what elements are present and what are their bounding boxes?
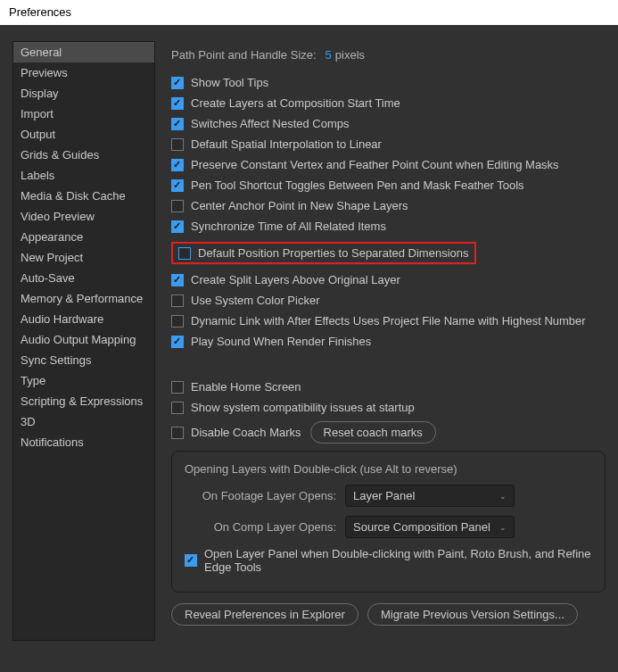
path-point-value[interactable]: 5 <box>325 48 332 62</box>
sidebar-item-memory-performance[interactable]: Memory & Performance <box>13 288 154 309</box>
comp-layer-value: Source Composition Panel <box>353 520 490 534</box>
reveal-preferences-button[interactable]: Reveal Preferences in Explorer <box>171 603 358 626</box>
sidebar-item-video-preview[interactable]: Video Preview <box>13 206 154 227</box>
comp-layer-label: On Comp Layer Opens: <box>185 520 336 534</box>
highlighted-option: Default Position Properties to Separated… <box>171 242 476 264</box>
check-row: Synchronize Time of All Related Items <box>171 220 606 233</box>
checkbox-label: Disable Coach Marks <box>191 426 301 439</box>
footage-layer-label: On Footage Layer Opens: <box>185 489 336 502</box>
path-point-size-row: Path Point and Handle Size: 5 pixels <box>171 48 606 62</box>
check-row: Preserve Constant Vertex and Feather Poi… <box>171 158 606 171</box>
sidebar-item-new-project[interactable]: New Project <box>13 247 154 268</box>
checkbox-label: Create Layers at Composition Start Time <box>191 96 400 110</box>
checkbox-label: Show system compatibility issues at star… <box>191 401 415 414</box>
checkbox[interactable] <box>171 336 184 348</box>
checkbox-label: Center Anchor Point in New Shape Layers <box>191 199 408 212</box>
checkbox[interactable] <box>171 159 184 171</box>
checkbox-label: Create Split Layers Above Original Layer <box>191 273 400 286</box>
check-row: Show system compatibility issues at star… <box>171 401 606 414</box>
footage-layer-select[interactable]: Layer Panel ⌄ <box>345 485 515 507</box>
checkbox-label: Default Spatial Interpolation to Linear <box>191 137 382 151</box>
checkbox[interactable] <box>171 427 184 439</box>
checkbox[interactable] <box>171 97 184 110</box>
group-title: Opening Layers with Double-click (use Al… <box>185 462 592 476</box>
checkbox-label: Use System Color Picker <box>191 294 319 307</box>
check-row: Create Split Layers Above Original Layer <box>171 273 606 286</box>
double-click-label: Open Layer Panel when Double-clicking wi… <box>204 547 592 574</box>
checkbox-label: Synchronize Time of All Related Items <box>191 220 386 233</box>
sidebar-item-scripting-expressions[interactable]: Scripting & Expressions <box>13 391 154 411</box>
sidebar-item-display[interactable]: Display <box>13 83 154 104</box>
check-row: Create Layers at Composition Start Time <box>171 96 606 110</box>
checkbox[interactable] <box>171 77 184 89</box>
checkbox[interactable] <box>171 274 184 286</box>
checkbox[interactable] <box>171 402 184 414</box>
check-row: Enable Home Screen <box>171 380 606 394</box>
check-row: Default Position Properties to Separated… <box>171 240 606 266</box>
check-row: Show Tool Tips <box>171 76 606 89</box>
checkbox-label: Show Tool Tips <box>191 76 268 89</box>
window-title: Preferences <box>0 0 618 24</box>
sidebar-item-general[interactable]: General <box>13 42 154 62</box>
comp-layer-select[interactable]: Source Composition Panel ⌄ <box>345 516 515 538</box>
checkbox[interactable] <box>171 118 184 130</box>
sidebar-item-appearance[interactable]: Appearance <box>13 227 154 247</box>
sidebar-item-sync-settings[interactable]: Sync Settings <box>13 350 154 370</box>
checkbox-list-2: Enable Home ScreenShow system compatibil… <box>171 380 606 444</box>
double-click-row: Open Layer Panel when Double-clicking wi… <box>185 547 592 574</box>
category-sidebar: GeneralPreviewsDisplayImportOutputGrids … <box>12 41 155 641</box>
check-row: Default Spatial Interpolation to Linear <box>171 137 606 151</box>
checkbox[interactable] <box>178 247 191 260</box>
sidebar-item-previews[interactable]: Previews <box>13 62 154 83</box>
check-row: Dynamic Link with After Effects Uses Pro… <box>171 314 606 328</box>
sidebar-item-labels[interactable]: Labels <box>13 165 154 186</box>
check-row: Center Anchor Point in New Shape Layers <box>171 199 606 212</box>
checkbox-label: Play Sound When Render Finishes <box>191 335 371 348</box>
checkbox[interactable] <box>171 179 184 192</box>
path-point-label: Path Point and Handle Size: <box>171 48 317 62</box>
sidebar-item-notifications[interactable]: Notifications <box>13 432 154 452</box>
checkbox-label: Preserve Constant Vertex and Feather Poi… <box>191 158 559 171</box>
reset-coach-marks-button[interactable]: Reset coach marks <box>310 421 436 444</box>
sidebar-item-grids-guides[interactable]: Grids & Guides <box>13 145 154 165</box>
sidebar-item-output[interactable]: Output <box>13 124 154 145</box>
checkbox[interactable] <box>171 220 184 233</box>
path-point-unit: pixels <box>335 48 365 62</box>
sidebar-item-audio-output-mapping[interactable]: Audio Output Mapping <box>13 329 154 350</box>
check-row: Pen Tool Shortcut Toggles Between Pen an… <box>171 178 606 192</box>
checkbox-label: Default Position Properties to Separated… <box>198 246 469 260</box>
sidebar-item-type[interactable]: Type <box>13 370 154 391</box>
checkbox-label: Enable Home Screen <box>191 380 301 394</box>
checkbox[interactable] <box>171 315 184 328</box>
checkbox-label: Dynamic Link with After Effects Uses Pro… <box>191 314 586 328</box>
checkbox[interactable] <box>171 381 184 394</box>
checkbox-list-1: Show Tool TipsCreate Layers at Compositi… <box>171 76 606 348</box>
footage-layer-value: Layer Panel <box>353 489 415 502</box>
sidebar-item-media-disk-cache[interactable]: Media & Disk Cache <box>13 186 154 206</box>
double-click-checkbox[interactable] <box>185 554 197 567</box>
sidebar-item-import[interactable]: Import <box>13 104 154 124</box>
checkbox[interactable] <box>171 138 184 151</box>
check-row: Disable Coach MarksReset coach marks <box>171 421 606 444</box>
preferences-window: GeneralPreviewsDisplayImportOutputGrids … <box>0 25 618 672</box>
check-row: Play Sound When Render Finishes <box>171 335 606 348</box>
checkbox[interactable] <box>171 295 184 307</box>
general-panel: Path Point and Handle Size: 5 pixels Sho… <box>171 41 606 656</box>
sidebar-item-3d[interactable]: 3D <box>13 411 154 432</box>
sidebar-item-audio-hardware[interactable]: Audio Hardware <box>13 309 154 329</box>
checkbox[interactable] <box>171 200 184 212</box>
checkbox-label: Pen Tool Shortcut Toggles Between Pen an… <box>191 178 524 192</box>
opening-layers-group: Opening Layers with Double-click (use Al… <box>171 451 606 593</box>
check-row: Use System Color Picker <box>171 294 606 307</box>
chevron-down-icon: ⌄ <box>499 523 507 532</box>
migrate-settings-button[interactable]: Migrate Previous Version Settings... <box>367 603 578 626</box>
check-row: Switches Affect Nested Comps <box>171 117 606 130</box>
sidebar-item-auto-save[interactable]: Auto-Save <box>13 268 154 288</box>
checkbox-label: Switches Affect Nested Comps <box>191 117 350 130</box>
chevron-down-icon: ⌄ <box>499 492 507 501</box>
